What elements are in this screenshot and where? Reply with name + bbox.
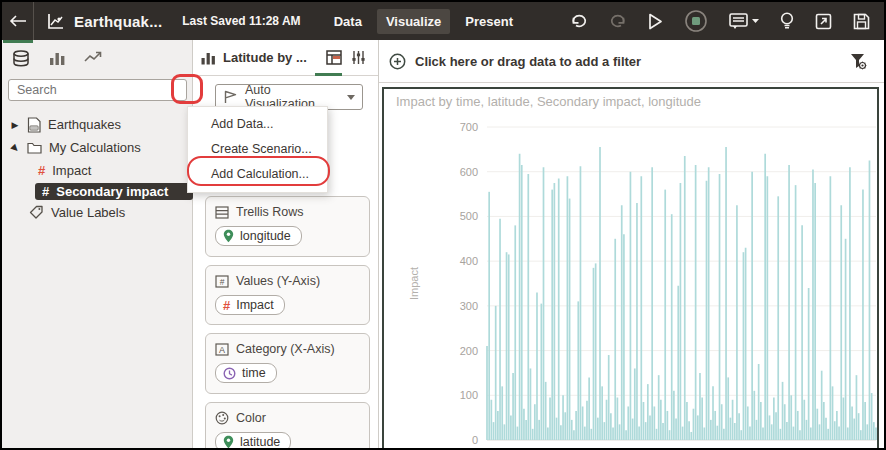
search-input[interactable] bbox=[8, 79, 187, 101]
expand-expanded-icon[interactable]: ▶ bbox=[10, 143, 20, 153]
undo-icon[interactable] bbox=[570, 13, 588, 29]
tag-icon bbox=[29, 205, 44, 220]
drop-target-values-y-axis[interactable]: # Values (Y-Axis) # Impact bbox=[205, 265, 370, 325]
tree-item-impact[interactable]: # Impact bbox=[2, 159, 192, 182]
back-button[interactable] bbox=[2, 2, 34, 40]
add-filter-plus-icon bbox=[389, 53, 406, 70]
expand-collapsed-icon[interactable]: ▶ bbox=[10, 120, 20, 130]
viz-title: Latitude by ... bbox=[223, 50, 322, 65]
top-header-bar: Earthquak... Last Saved 11:28 AM Data Vi… bbox=[2, 2, 884, 40]
tab-visualizations-icon[interactable] bbox=[46, 50, 68, 67]
redo-icon[interactable] bbox=[609, 13, 627, 29]
measure-icon: # bbox=[223, 298, 230, 313]
nav-tab-present[interactable]: Present bbox=[456, 9, 522, 34]
chart-title: Impact by time, latitude, Secondary impa… bbox=[396, 94, 701, 109]
pill-label: time bbox=[242, 366, 266, 380]
drop-target-label: Color bbox=[236, 411, 266, 425]
number-icon: # bbox=[215, 275, 229, 288]
pill-label: latitude bbox=[240, 435, 280, 449]
svg-text:#: # bbox=[220, 276, 225, 286]
data-element-tree: ▶ Earthquakes ▶ My Calculations # Impact… bbox=[2, 101, 192, 224]
pill-label: Impact bbox=[236, 298, 274, 312]
palette-icon bbox=[215, 411, 229, 425]
pill-time[interactable]: time bbox=[215, 363, 277, 383]
csv-file-icon bbox=[27, 117, 41, 133]
svg-text:700: 700 bbox=[460, 121, 478, 133]
filter-bar-prompt: Click here or drag data to add a filter bbox=[415, 54, 840, 69]
svg-text:A: A bbox=[219, 344, 225, 354]
measure-icon: # bbox=[42, 184, 49, 199]
svg-text:Impact: Impact bbox=[408, 267, 420, 300]
impact-chart-svg: 0100200300400500600700Impact bbox=[384, 113, 879, 450]
drop-target-label: Values (Y-Axis) bbox=[236, 274, 320, 288]
menu-item-add-data[interactable]: Add Data... bbox=[188, 112, 327, 137]
geo-pin-icon bbox=[223, 435, 234, 449]
workbook-icon bbox=[47, 13, 64, 30]
visualization-container[interactable]: Impact by time, latitude, Secondary impa… bbox=[382, 87, 879, 450]
tree-item-earthquakes[interactable]: ▶ Earthquakes bbox=[2, 113, 192, 136]
pill-latitude[interactable]: latitude bbox=[215, 432, 291, 450]
preview-play-icon[interactable] bbox=[648, 13, 663, 30]
clock-icon bbox=[223, 367, 236, 380]
panel-tabs bbox=[2, 40, 192, 67]
drop-target-label: Trellis Rows bbox=[236, 205, 304, 219]
grammar-tab-icon[interactable] bbox=[322, 50, 346, 65]
tree-item-my-calculations[interactable]: ▶ My Calculations bbox=[2, 136, 192, 159]
record-stop-icon[interactable] bbox=[684, 9, 708, 33]
auto-visualization-icon bbox=[223, 90, 238, 104]
folder-icon bbox=[27, 141, 42, 154]
last-saved-label: Last Saved 11:28 AM bbox=[182, 14, 300, 28]
pill-longitude[interactable]: longitude bbox=[215, 226, 302, 246]
grammar-panel: Latitude by ... Auto Visualization Trell… bbox=[193, 40, 379, 448]
svg-text:400: 400 bbox=[460, 255, 478, 267]
back-arrow-icon bbox=[9, 15, 27, 27]
chevron-down-icon bbox=[347, 95, 355, 100]
settings-sliders-icon[interactable] bbox=[346, 50, 370, 65]
tab-data-icon[interactable] bbox=[10, 50, 32, 67]
drop-target-trellis-rows[interactable]: Trellis Rows longitude bbox=[205, 196, 370, 257]
svg-text:600: 600 bbox=[460, 166, 478, 178]
workbook-title: Earthquak... bbox=[74, 13, 162, 30]
pill-label: longitude bbox=[240, 229, 291, 243]
add-dropdown-menu: Add Data... Create Scenario... Add Calcu… bbox=[187, 106, 328, 193]
menu-item-create-scenario[interactable]: Create Scenario... bbox=[188, 137, 327, 162]
comments-dropdown-icon[interactable] bbox=[729, 13, 759, 30]
svg-text:300: 300 bbox=[460, 300, 478, 312]
geo-pin-icon bbox=[223, 229, 234, 243]
tab-analytics-icon[interactable] bbox=[82, 50, 104, 67]
drop-target-label: Category (X-Axis) bbox=[236, 342, 335, 356]
rows-icon bbox=[215, 206, 229, 219]
drop-target-color[interactable]: Color latitude bbox=[205, 402, 370, 450]
svg-text:0: 0 bbox=[472, 434, 478, 446]
tree-item-label: My Calculations bbox=[49, 140, 141, 155]
menu-item-add-calculation[interactable]: Add Calculation... bbox=[188, 162, 327, 187]
tree-item-label: Impact bbox=[52, 163, 91, 178]
tree-item-secondary-impact-selected[interactable]: # Secondary impact bbox=[35, 183, 193, 200]
data-panel: ▶ Earthquakes ▶ My Calculations # Impact… bbox=[2, 40, 193, 448]
text-icon: A bbox=[215, 343, 229, 356]
measure-icon: # bbox=[38, 163, 45, 178]
nav-tab-visualize[interactable]: Visualize bbox=[377, 9, 450, 34]
grammar-tab-indicator bbox=[315, 73, 342, 76]
export-popout-icon[interactable] bbox=[815, 13, 832, 30]
viz-type-bar-icon bbox=[201, 51, 216, 65]
tree-item-label: Value Labels bbox=[51, 205, 125, 220]
filter-bar[interactable]: Click here or drag data to add a filter bbox=[379, 40, 884, 83]
nav-tab-data[interactable]: Data bbox=[325, 9, 371, 34]
drop-target-category-x-axis[interactable]: A Category (X-Axis) time bbox=[205, 333, 370, 394]
tree-item-label: Secondary impact bbox=[56, 184, 168, 199]
tree-item-label: Earthquakes bbox=[48, 117, 121, 132]
svg-text:500: 500 bbox=[460, 210, 478, 222]
save-icon[interactable] bbox=[853, 13, 870, 30]
pill-impact[interactable]: # Impact bbox=[215, 295, 285, 315]
app-window: Earthquak... Last Saved 11:28 AM Data Vi… bbox=[0, 0, 886, 450]
tree-item-value-labels[interactable]: Value Labels bbox=[2, 201, 192, 224]
header-nav-tabs: Data Visualize Present bbox=[325, 9, 522, 34]
canvas-area: Click here or drag data to add a filter … bbox=[379, 40, 884, 448]
svg-text:200: 200 bbox=[460, 345, 478, 357]
svg-text:100: 100 bbox=[460, 389, 478, 401]
insights-lightbulb-icon[interactable] bbox=[780, 12, 794, 30]
grammar-panel-header: Latitude by ... bbox=[193, 40, 378, 76]
filter-settings-icon[interactable] bbox=[849, 52, 868, 71]
